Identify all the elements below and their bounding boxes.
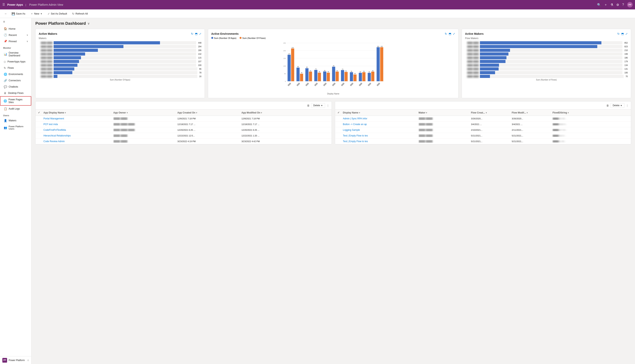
svg-text:85: 85 xyxy=(306,66,308,68)
refresh-all-button[interactable]: ↻ Refresh All xyxy=(70,11,90,16)
svg-text:200: 200 xyxy=(283,50,286,52)
apps-delete-button[interactable]: Delete ▼ xyxy=(311,103,325,108)
flows-delete-trash-icon[interactable]: 🗑 xyxy=(606,104,609,107)
waffle-menu-icon[interactable]: ⠿ xyxy=(2,2,5,7)
back-button[interactable]: ← xyxy=(3,11,9,16)
orange-bar xyxy=(309,72,312,81)
apps-header-checkbox[interactable]: ✓ xyxy=(38,111,44,114)
help-icon[interactable]: ? xyxy=(622,3,624,6)
flows-col-modified[interactable]: Flow Modif... ∨ xyxy=(512,111,552,114)
app-name-link[interactable]: Hierarchical Relationships xyxy=(44,134,71,137)
sidebar-expand-icon[interactable]: ◇ xyxy=(27,359,29,362)
table-row[interactable]: PCF test mda ████ ████ ████ 12/18/2021 7… xyxy=(36,122,332,127)
bar-label: ████ ████ xyxy=(39,57,53,59)
flows-col-maker[interactable]: Maker ∨ xyxy=(419,111,471,114)
active-flow-makers-refresh-icon[interactable]: ↻ xyxy=(617,32,620,35)
sidebar-item-connectors[interactable]: 🔗 Connectors xyxy=(0,77,31,84)
sidebar-item-audit-logs[interactable]: 📋 Audit Logs xyxy=(0,106,31,112)
flows-more-options-icon[interactable]: ⋮ xyxy=(626,104,628,107)
table-row[interactable]: Portal Management ████ ████ 12/8/2021 7:… xyxy=(36,116,332,122)
add-icon[interactable]: ＋ xyxy=(604,3,607,7)
sidebar-item-chatbots[interactable]: 💬 Chatbots xyxy=(0,84,31,90)
bar-label: ████ ████ xyxy=(39,72,53,74)
table-row[interactable]: Hierarchical Relationships ████ ████ 12/… xyxy=(36,133,332,138)
flow-maker-cell: ████ ████ xyxy=(419,123,433,126)
flow-name-link[interactable]: Button -> Create an ap xyxy=(343,123,367,126)
app-name-link[interactable]: CodeFirstPcfTestMda xyxy=(44,128,66,131)
table-row[interactable]: Test | Empty Flow to tes ████ ████ 5/21/… xyxy=(335,138,631,144)
bar-row: ████ ████131 xyxy=(465,67,628,70)
bar-wrap xyxy=(54,75,197,78)
apps-col-owner[interactable]: App Owner ∨ xyxy=(113,111,177,114)
sidebar-item-desktop-flows[interactable]: 🖥 Desktop Flows xyxy=(0,90,31,96)
check-icon: ✓ xyxy=(48,12,50,15)
active-flow-makers-export-icon[interactable]: ⬒ xyxy=(621,32,624,35)
active-makers-export-icon[interactable]: ⬒ xyxy=(195,32,197,35)
blue-bar xyxy=(341,70,344,81)
bar-fill xyxy=(54,41,160,44)
bar-value: 199 xyxy=(624,53,628,55)
sidebar-item-environments[interactable]: 🌐 Environments xyxy=(0,71,31,77)
bar-row: ████ ████186 xyxy=(465,56,628,59)
flows-col-name[interactable]: Display Name ∨ xyxy=(343,111,419,114)
table-row[interactable]: Logging Sample ████ ████ 2/10/2021... 2/… xyxy=(335,127,631,133)
flows-delete-button[interactable]: Delete ▼ xyxy=(610,103,624,108)
app-name-link[interactable]: Code Review Admin xyxy=(44,140,65,143)
search-icon[interactable]: 🔍 xyxy=(597,3,601,7)
app-name-link[interactable]: PCF test mda xyxy=(44,123,58,126)
page-title-chevron-icon[interactable]: ∨ xyxy=(88,22,90,25)
flow-name-link[interactable]: Logging Sample xyxy=(343,128,360,131)
table-row[interactable]: Button -> Create an ap ████ ████ 3/4/202… xyxy=(335,122,631,127)
flow-name-link[interactable]: Test | Empty Flow to tes xyxy=(343,140,368,143)
sidebar-item-power-platform-users[interactable]: 👥 Power Platform Users xyxy=(0,124,31,132)
flows-col-created[interactable]: Flow Creat... ∨ xyxy=(471,111,512,114)
apps-col-name[interactable]: App Display Name ∨ xyxy=(44,111,113,114)
flows-header-checkbox[interactable]: ✓ xyxy=(338,111,343,114)
sidebar-item-overview-dashboard[interactable]: 📊 Overview Dashboard xyxy=(0,50,31,58)
users-section-label: Users xyxy=(0,112,31,118)
active-makers-expand-icon[interactable]: ⤢ xyxy=(199,32,201,35)
active-environments-actions: ↻ ⬒ ⤢ xyxy=(445,32,455,35)
sidebar-bottom[interactable]: PP Power Platform ◇ xyxy=(0,356,32,364)
filter-icon[interactable]: ⚗ xyxy=(610,3,613,7)
set-default-button[interactable]: ✓ Set As Default xyxy=(45,11,69,16)
flow-modified-cell: 3/26/2020... xyxy=(512,118,552,120)
active-environments-export-icon[interactable]: ⬒ xyxy=(449,32,451,35)
apps-more-options-icon[interactable]: ⋮ xyxy=(327,104,329,107)
apps-col-modified[interactable]: App Modified On ∨ xyxy=(241,111,305,114)
save-as-button[interactable]: 💾 Save As xyxy=(10,11,28,16)
table-row[interactable]: CodeFirstPcfTestMda ████ ████ ████ 12/20… xyxy=(36,127,332,133)
svg-text:222: 222 xyxy=(381,46,383,47)
sidebar-item-recent[interactable]: 🕐 Recent ∨ xyxy=(0,32,31,38)
sidebar-item-home[interactable]: 🏠 Home xyxy=(0,26,31,32)
apps-delete-trash-icon[interactable]: 🗑 xyxy=(307,104,309,107)
table-row[interactable]: Test | Empty Flow to tes ████ ████ 5/21/… xyxy=(335,133,631,138)
app-name-link[interactable]: Portal Management xyxy=(44,117,64,120)
flow-name-link[interactable]: Test | Empty Flow to tes xyxy=(343,134,368,137)
table-row[interactable]: Code Review Admin ████ ████ 3/23/2022 4:… xyxy=(36,138,332,144)
table-row[interactable]: Admin | Sync RPA Infor ████ ████ 3/26/20… xyxy=(335,116,631,122)
flow-name-link[interactable]: Admin | Sync RPA Infor xyxy=(343,117,367,120)
app-created-cell: 12/22/2021 12:5... xyxy=(177,134,241,137)
apps-table-header: ✓ App Display Name ∨ App Owner ∨ App Cre… xyxy=(36,110,332,116)
avatar[interactable]: PP xyxy=(627,2,633,8)
hamburger-button[interactable]: ≡ xyxy=(0,18,31,26)
sidebar-item-pinned[interactable]: 📌 Pinned ∨ xyxy=(0,38,31,44)
apps-delete-chevron-icon[interactable]: ▼ xyxy=(321,104,323,106)
active-flow-makers-expand-icon[interactable]: ⤢ xyxy=(625,32,628,35)
new-dropdown-icon[interactable]: ▼ xyxy=(40,12,43,15)
active-environments-expand-icon[interactable]: ⤢ xyxy=(453,32,455,35)
sidebar-item-makers[interactable]: 👤 Makers xyxy=(0,118,31,124)
flows-delete-chevron-icon[interactable]: ▼ xyxy=(620,104,622,106)
apps-col-created[interactable]: App Created On ∨ xyxy=(177,111,241,114)
flows-col-id[interactable]: FlowIDString ∨ xyxy=(552,111,616,114)
sidebar-item-powerapps-apps[interactable]: ◇ PowerApps Apps xyxy=(0,58,31,65)
orange-bar xyxy=(371,72,374,81)
active-makers-refresh-icon[interactable]: ↻ xyxy=(191,32,193,35)
sidebar-item-power-pages-sites[interactable]: 🌐 Power Pages Sites xyxy=(0,96,31,106)
bar-value: 179 xyxy=(624,60,628,63)
settings-icon[interactable]: ⚙ xyxy=(616,3,619,7)
active-environments-refresh-icon[interactable]: ↻ xyxy=(445,32,447,35)
sidebar-item-flows[interactable]: ↻ Flows xyxy=(0,65,31,71)
new-button[interactable]: ＋ New ▼ xyxy=(28,11,45,17)
